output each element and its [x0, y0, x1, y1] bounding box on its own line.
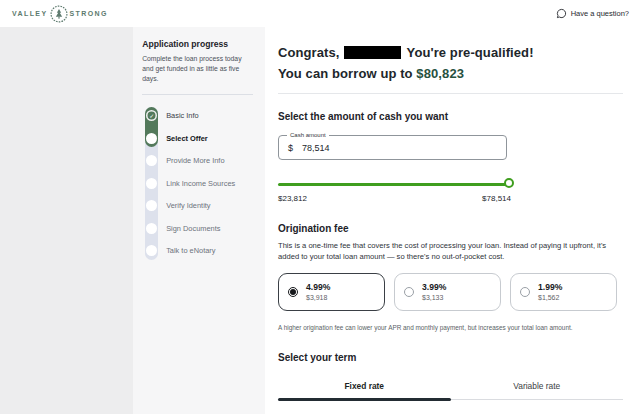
option-amount: $3,918	[306, 294, 330, 301]
step-label: Talk to eNotary	[166, 246, 215, 255]
step-verify-identity: Verify Identity	[142, 195, 253, 218]
slider-max-label: $78,514	[482, 194, 511, 203]
sidebar-title: Application progress	[142, 39, 253, 49]
congrats-prefix: Congrats,	[278, 45, 340, 60]
tab-fixed-rate[interactable]: Fixed rate	[278, 375, 451, 399]
step-label: Provide More Info	[166, 156, 224, 165]
progress-stepper: ✓Basic InfoSelect OfferProvide More Info…	[142, 105, 253, 263]
option-rate: 3.99%	[422, 282, 446, 292]
slider-labels: $23,812 $78,514	[278, 194, 511, 203]
cash-section-title: Select the amount of cash you want	[278, 111, 630, 122]
origination-footnote: A higher origination fee can lower your …	[278, 324, 630, 331]
radio-button-icon	[288, 287, 298, 297]
step-select-offer[interactable]: Select Offer	[142, 127, 253, 150]
slider-handle[interactable]	[504, 178, 514, 188]
origination-option-4.99%[interactable]: 4.99%$3,918	[278, 273, 385, 311]
sidebar-subtitle: Complete the loan process today and get …	[142, 54, 253, 85]
congrats-heading: Congrats,You're pre-qualified!	[278, 42, 630, 63]
help-label: Have a question?	[571, 9, 629, 18]
radio-button-icon	[520, 287, 530, 297]
check-icon: ✓	[146, 110, 157, 121]
borrow-heading: You can borrow up to $80,823	[278, 63, 630, 84]
cash-amount-value: 78,514	[302, 143, 330, 153]
section-divider	[278, 93, 623, 94]
valley-strong-logo: VALLEY STRONG	[12, 4, 108, 24]
currency-symbol: $	[288, 143, 293, 153]
application-progress-panel: Application progress Complete the loan p…	[133, 27, 265, 414]
slider-min-label: $23,812	[278, 194, 307, 203]
step-label: Basic Info	[166, 111, 198, 120]
cash-amount-input-label: Cash amount	[287, 132, 329, 138]
cash-amount-slider[interactable]	[278, 177, 511, 191]
redacted-name	[344, 46, 401, 59]
cash-amount-input[interactable]: Cash amount $ 78,514	[278, 135, 507, 160]
option-amount: $1,562	[538, 294, 562, 301]
origination-description: This is a one-time fee that covers the c…	[278, 240, 626, 263]
origination-option-3.99%[interactable]: 3.99%$3,133	[394, 273, 501, 311]
option-rate: 4.99%	[306, 282, 330, 292]
step-sign-documents: Sign Documents	[142, 217, 253, 240]
step-basic-info[interactable]: ✓Basic Info	[142, 105, 253, 128]
top-header: VALLEY STRONG Have a question?	[0, 0, 639, 27]
option-rate: 1.99%	[538, 282, 562, 292]
step-label: Link Income Sources	[166, 179, 235, 188]
step-label: Select Offer	[166, 134, 208, 143]
option-amount: $3,133	[422, 294, 446, 301]
term-tabs: Fixed rateVariable rate	[278, 375, 623, 400]
main-content: Congrats,You're pre-qualified! You can b…	[265, 27, 639, 414]
logo-text-right: STRONG	[70, 10, 108, 17]
congrats-suffix: You're pre-qualified!	[407, 45, 534, 60]
term-section-title: Select your term	[278, 352, 630, 363]
left-gutter	[0, 27, 133, 414]
logo-emblem-icon	[49, 4, 69, 24]
step-label: Verify Identity	[166, 201, 210, 210]
step-circle	[146, 223, 157, 234]
step-circle	[146, 133, 157, 144]
step-circle	[146, 245, 157, 256]
radio-button-icon	[404, 287, 414, 297]
have-a-question-button[interactable]: Have a question?	[556, 8, 629, 19]
logo-text-left: VALLEY	[12, 10, 48, 17]
origination-options: 4.99%$3,9183.99%$3,1331.99%$1,562	[278, 273, 630, 311]
origination-title: Origination fee	[278, 223, 630, 234]
tab-variable-rate[interactable]: Variable rate	[451, 375, 624, 399]
step-circle	[146, 155, 157, 166]
slider-track[interactable]	[278, 183, 511, 186]
step-label: Sign Documents	[166, 224, 220, 233]
step-link-income-sources: Link Income Sources	[142, 172, 253, 195]
step-talk-to-enotary: Talk to eNotary	[142, 240, 253, 263]
borrow-amount: $80,823	[416, 66, 464, 81]
sidebar-divider	[142, 94, 253, 95]
chat-bubble-icon	[556, 8, 567, 19]
origination-option-1.99%[interactable]: 1.99%$1,562	[510, 273, 617, 311]
borrow-prefix: You can borrow up to	[278, 66, 416, 81]
step-circle	[146, 178, 157, 189]
step-provide-more-info: Provide More Info	[142, 150, 253, 173]
step-circle	[146, 200, 157, 211]
